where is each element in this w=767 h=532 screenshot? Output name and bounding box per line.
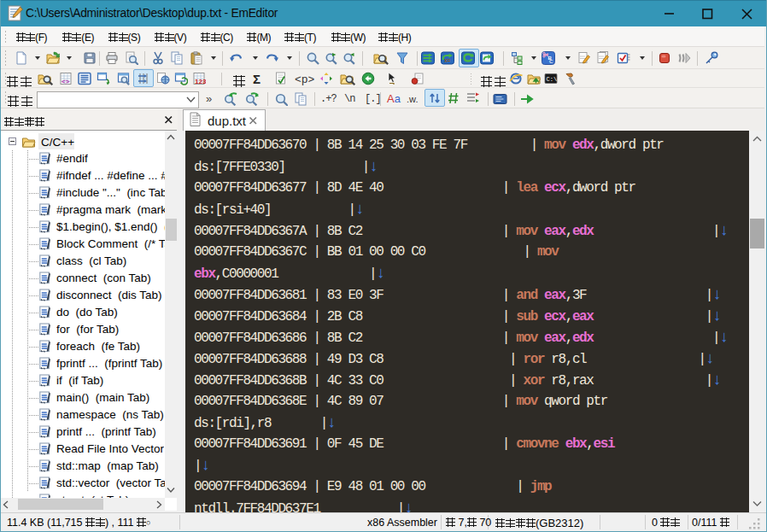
svg-text:C: C (549, 59, 553, 64)
svg-text:C:\: C:\ (547, 76, 558, 83)
svg-text:<>: <> (61, 78, 70, 85)
svg-text:x=: x= (444, 57, 451, 63)
svg-text:123: 123 (195, 78, 206, 85)
